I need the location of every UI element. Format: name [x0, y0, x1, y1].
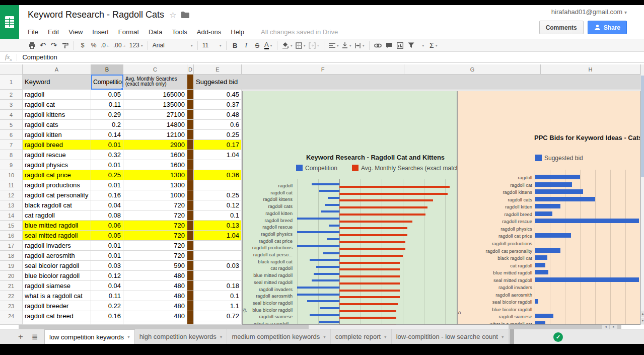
- row-header-7[interactable]: 7: [0, 140, 23, 150]
- sheet-tab-low-competition-keywords[interactable]: low competition keywords▾: [44, 329, 135, 344]
- cell-D15[interactable]: [187, 221, 194, 231]
- column-header-E[interactable]: E: [194, 64, 242, 75]
- cell-E1[interactable]: Suggested bid: [194, 75, 242, 90]
- cell-G1[interactable]: [404, 75, 541, 90]
- scroll-left-arrow[interactable]: ◄: [602, 325, 609, 329]
- cell-D8[interactable]: [187, 150, 194, 160]
- cell-D21[interactable]: [187, 281, 194, 291]
- cell-E12[interactable]: 0.25: [194, 190, 242, 200]
- font-size-select[interactable]: 11▾: [201, 40, 223, 51]
- cell-E19[interactable]: 0.03: [194, 261, 242, 271]
- cell-E22[interactable]: 0.1: [194, 291, 242, 301]
- cell-E16[interactable]: 1.04: [194, 231, 242, 241]
- increase-decimal-button[interactable]: .00→: [112, 40, 128, 51]
- cell-D22[interactable]: [187, 291, 194, 301]
- format-percent-button[interactable]: %: [88, 40, 99, 51]
- cell-D6[interactable]: [187, 130, 194, 140]
- cell-B24[interactable]: 0.16: [91, 311, 123, 321]
- sheet-tab-low-compitition-low-searche-count[interactable]: low-compitition - low searche count▾: [392, 329, 509, 344]
- scroll-down-arrow[interactable]: ▼: [641, 318, 644, 324]
- corner-box[interactable]: [0, 64, 23, 75]
- row-header-17[interactable]: 17: [0, 241, 23, 251]
- cell-E4[interactable]: 0.48: [194, 110, 242, 120]
- menu-item-edit[interactable]: Edit: [48, 28, 59, 36]
- cell-B10[interactable]: 0.25: [91, 170, 123, 180]
- row-header-1[interactable]: 1: [0, 75, 23, 90]
- cell-C25[interactable]: [123, 321, 187, 325]
- cell-F1[interactable]: [242, 75, 404, 90]
- sheet-tab-complete-report[interactable]: complete report▾: [331, 329, 392, 344]
- cell-D14[interactable]: [187, 210, 194, 221]
- insert-chart-button[interactable]: [395, 40, 406, 51]
- row-header-18[interactable]: 18: [0, 251, 23, 261]
- cell-E2[interactable]: 0.45: [194, 90, 242, 100]
- row-header-24[interactable]: 24: [0, 311, 23, 321]
- cell-D3[interactable]: [187, 100, 194, 110]
- cell-A14[interactable]: cat ragdoll: [23, 210, 91, 221]
- more-formats-caret[interactable]: ▾: [417, 40, 428, 51]
- format-currency-button[interactable]: $: [77, 40, 88, 51]
- cell-C12[interactable]: 1000: [123, 190, 187, 200]
- paint-format-button[interactable]: [59, 40, 70, 51]
- star-icon[interactable]: ☆: [169, 10, 176, 20]
- cell-E25[interactable]: [194, 321, 242, 325]
- horizontal-scrollbar-thumb[interactable]: [309, 325, 509, 329]
- cell-B13[interactable]: 0.04: [91, 200, 123, 210]
- cell-B3[interactable]: 0.11: [91, 100, 123, 110]
- cell-C6[interactable]: 12100: [123, 130, 187, 140]
- vertical-align-button[interactable]: ▾: [340, 40, 353, 51]
- cell-A23[interactable]: ragdoll breeder: [23, 301, 91, 311]
- font-family-select[interactable]: Arial▾: [151, 40, 194, 51]
- cell-D12[interactable]: [187, 190, 194, 200]
- row-header-8[interactable]: 8: [0, 150, 23, 160]
- row-header-15[interactable]: 15: [0, 221, 23, 231]
- cell-B12[interactable]: 0.16: [91, 190, 123, 200]
- row-header-4[interactable]: 4: [0, 110, 23, 120]
- cell-A7[interactable]: ragdoll breed: [23, 140, 91, 150]
- cell-E24[interactable]: 0.72: [194, 311, 242, 321]
- cell-E18[interactable]: [194, 251, 242, 261]
- cell-C5[interactable]: 14800: [123, 120, 187, 130]
- chart-keyword-research[interactable]: Keyword Research - Ragdoll Cat and Kitte…: [242, 91, 457, 325]
- cell-D19[interactable]: [187, 261, 194, 271]
- cell-D16[interactable]: [187, 231, 194, 241]
- cell-E14[interactable]: 0.1: [194, 210, 242, 221]
- cell-B9[interactable]: 0.01: [91, 160, 123, 170]
- cell-D7[interactable]: [187, 140, 194, 150]
- cell-B18[interactable]: 0.01: [91, 251, 123, 261]
- cell-C7[interactable]: 2900: [123, 140, 187, 150]
- cell-A13[interactable]: black ragdoll cat: [23, 200, 91, 210]
- strikethrough-button[interactable]: S: [252, 40, 263, 51]
- scroll-up-arrow[interactable]: ▲: [641, 311, 644, 317]
- cell-C14[interactable]: 720: [123, 210, 187, 221]
- row-header-11[interactable]: 11: [0, 180, 23, 190]
- filter-button[interactable]: [406, 40, 417, 51]
- row-header-14[interactable]: 14: [0, 210, 23, 221]
- cell-C2[interactable]: 165000: [123, 90, 187, 100]
- cell-B5[interactable]: 0.2: [91, 120, 123, 130]
- column-header-A[interactable]: A: [23, 64, 91, 75]
- cell-D10[interactable]: [187, 170, 194, 180]
- cell-E6[interactable]: 0.25: [194, 130, 242, 140]
- cell-C9[interactable]: 1600: [123, 160, 187, 170]
- menu-item-data[interactable]: Data: [149, 28, 162, 36]
- cell-A24[interactable]: ragdoll cat breed: [23, 311, 91, 321]
- fill-color-button[interactable]: ▾: [280, 40, 294, 51]
- cell-A21[interactable]: ragdoll siamese: [23, 281, 91, 291]
- cell-B20[interactable]: 0.12: [91, 271, 123, 281]
- cell-B2[interactable]: 0.05: [91, 90, 123, 100]
- all-sheets-button[interactable]: ≣: [27, 329, 42, 344]
- cell-B21[interactable]: 0.04: [91, 281, 123, 291]
- cell-D4[interactable]: [187, 110, 194, 120]
- row-header-12[interactable]: 12: [0, 190, 23, 200]
- insert-comment-button[interactable]: [384, 40, 395, 51]
- cell-D18[interactable]: [187, 251, 194, 261]
- cell-B4[interactable]: 0.29: [91, 110, 123, 120]
- cell-D9[interactable]: [187, 160, 194, 170]
- cell-A6[interactable]: ragdoll kitten: [23, 130, 91, 140]
- cell-A8[interactable]: ragdoll rescue: [23, 150, 91, 160]
- cell-A4[interactable]: ragdoll kittens: [23, 110, 91, 120]
- redo-button[interactable]: ↷: [48, 40, 59, 51]
- scroll-right-arrow[interactable]: ►: [610, 325, 617, 329]
- italic-button[interactable]: I: [241, 40, 252, 51]
